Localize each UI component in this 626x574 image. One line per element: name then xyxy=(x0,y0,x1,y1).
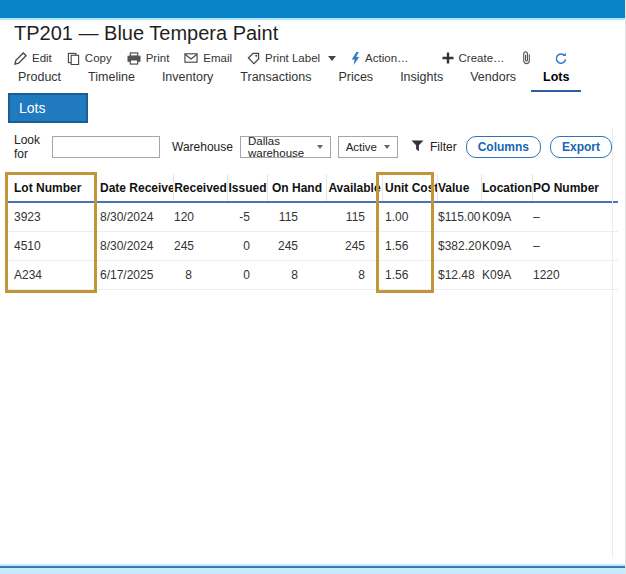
column-header[interactable]: On Hand xyxy=(268,174,327,201)
cell: 8 xyxy=(327,268,383,282)
column-header[interactable]: Available xyxy=(327,174,383,201)
status-select[interactable]: Active xyxy=(338,136,398,158)
column-header[interactable]: Location xyxy=(482,174,533,201)
title-bar-accent-line xyxy=(0,18,626,20)
cell: 6/17/2025 xyxy=(96,268,174,282)
cell: K09A xyxy=(482,210,533,224)
chevron-down-icon xyxy=(328,56,336,61)
email-label: Email xyxy=(203,52,232,64)
print-button[interactable]: Print xyxy=(127,52,170,65)
look-for-label: Look for xyxy=(14,133,45,161)
cell: 0 xyxy=(228,268,268,282)
column-header[interactable]: Received xyxy=(174,174,228,201)
cell: $115.00 xyxy=(438,210,482,224)
cell: 1220 xyxy=(533,268,618,282)
tab-product[interactable]: Product xyxy=(18,70,61,92)
plus-icon xyxy=(442,52,454,64)
warehouse-label: Warehouse xyxy=(172,140,233,154)
table-row[interactable]: A2346/17/202580881.56$12.48K09A1220 xyxy=(8,261,618,290)
cell: – xyxy=(533,210,618,224)
columns-button[interactable]: Columns xyxy=(466,136,541,158)
table-header: Lot NumberDate ReceivedReceivedIssuedOn … xyxy=(8,174,618,203)
tag-icon xyxy=(247,52,260,65)
cell: 115 xyxy=(268,210,327,224)
action-button[interactable]: Action… xyxy=(351,52,408,65)
table-row[interactable]: 39238/30/2024120-51151151.00$115.00K09A– xyxy=(8,203,618,232)
cell: 120 xyxy=(174,210,228,224)
toolbar: Edit Copy Print Email Print Label xyxy=(14,49,567,67)
edit-label: Edit xyxy=(32,52,52,64)
paperclip-icon xyxy=(522,51,531,65)
annotation-box-unit-cost-column xyxy=(376,172,434,293)
funnel-icon xyxy=(411,140,424,155)
create-label: Create… xyxy=(459,52,505,64)
column-header[interactable]: Value xyxy=(438,174,482,201)
cell: $382.20 xyxy=(438,239,482,253)
table-header-row: Lot NumberDate ReceivedReceivedIssuedOn … xyxy=(8,174,618,203)
table-body: 39238/30/2024120-51151151.00$115.00K09A–… xyxy=(8,203,618,290)
copy-button[interactable]: Copy xyxy=(67,52,112,65)
warehouse-select-value: Dallas warehouse xyxy=(248,135,310,159)
cell: 245 xyxy=(327,239,383,253)
window-bottom-bar xyxy=(0,564,626,574)
cell: -5 xyxy=(228,210,268,224)
lots-badge-label: Lots xyxy=(19,100,45,116)
lightning-icon xyxy=(351,52,360,65)
status-select-value: Active xyxy=(346,141,377,153)
chevron-down-icon xyxy=(317,145,323,149)
chevron-down-icon xyxy=(384,145,390,149)
column-header[interactable]: PO Number xyxy=(533,174,618,201)
cell: 115 xyxy=(327,210,383,224)
copy-label: Copy xyxy=(85,52,112,64)
annotation-box-lot-number-column xyxy=(5,172,97,293)
email-button[interactable]: Email xyxy=(184,52,232,64)
attachments-button[interactable] xyxy=(522,51,531,65)
cell: K09A xyxy=(482,268,533,282)
cell: 245 xyxy=(268,239,327,253)
cell: K09A xyxy=(482,239,533,253)
column-header[interactable]: Date Received xyxy=(96,174,174,201)
cell: 8 xyxy=(174,268,228,282)
tab-timeline[interactable]: Timeline xyxy=(88,70,135,92)
lots-drag-badge: Lots xyxy=(8,93,88,123)
print-label: Print xyxy=(146,52,170,64)
filter-bar: Look for Warehouse Dallas warehouse Acti… xyxy=(14,135,612,159)
table-row[interactable]: 45108/30/202424502452451.56$382.20K09A– xyxy=(8,232,618,261)
page-title: TP201 — Blue Tempera Paint xyxy=(14,22,278,45)
search-input[interactable] xyxy=(52,136,160,158)
envelope-icon xyxy=(184,52,198,64)
filter-label: Filter xyxy=(430,140,457,154)
edit-button[interactable]: Edit xyxy=(14,52,52,65)
cell: 8 xyxy=(268,268,327,282)
print-label-button[interactable]: Print Label xyxy=(247,52,336,65)
tab-lots[interactable]: Lots xyxy=(531,70,581,92)
copy-icon xyxy=(67,52,80,65)
tab-insights[interactable]: Insights xyxy=(400,70,443,92)
cell: 8/30/2024 xyxy=(96,239,174,253)
cell: 245 xyxy=(174,239,228,253)
printer-icon xyxy=(127,52,141,65)
tab-transactions[interactable]: Transactions xyxy=(240,70,311,92)
print-label-label: Print Label xyxy=(265,52,320,64)
lots-table: Lot NumberDate ReceivedReceivedIssuedOn … xyxy=(8,174,618,290)
tab-bar: ProductTimelineInventoryTransactionsPric… xyxy=(18,70,569,92)
cell: 0 xyxy=(228,239,268,253)
export-button[interactable]: Export xyxy=(550,136,612,158)
warehouse-select[interactable]: Dallas warehouse xyxy=(240,136,331,158)
refresh-button[interactable] xyxy=(554,52,567,65)
column-header[interactable]: Issued xyxy=(228,174,268,201)
tab-inventory[interactable]: Inventory xyxy=(162,70,213,92)
tab-vendors[interactable]: Vendors xyxy=(470,70,516,92)
tab-prices[interactable]: Prices xyxy=(338,70,373,92)
refresh-icon xyxy=(554,52,567,65)
action-label: Action… xyxy=(365,52,408,64)
cell: – xyxy=(533,239,618,253)
create-button[interactable]: Create… xyxy=(442,52,505,64)
bottom-bar-line xyxy=(0,566,626,568)
scrollbar-track[interactable] xyxy=(612,128,613,558)
cell: 8/30/2024 xyxy=(96,210,174,224)
pencil-icon xyxy=(14,52,27,65)
filter-toggle[interactable]: Filter xyxy=(411,140,457,155)
app-window: TP201 — Blue Tempera Paint Edit Copy Pri… xyxy=(0,0,626,574)
cell: $12.48 xyxy=(438,268,482,282)
